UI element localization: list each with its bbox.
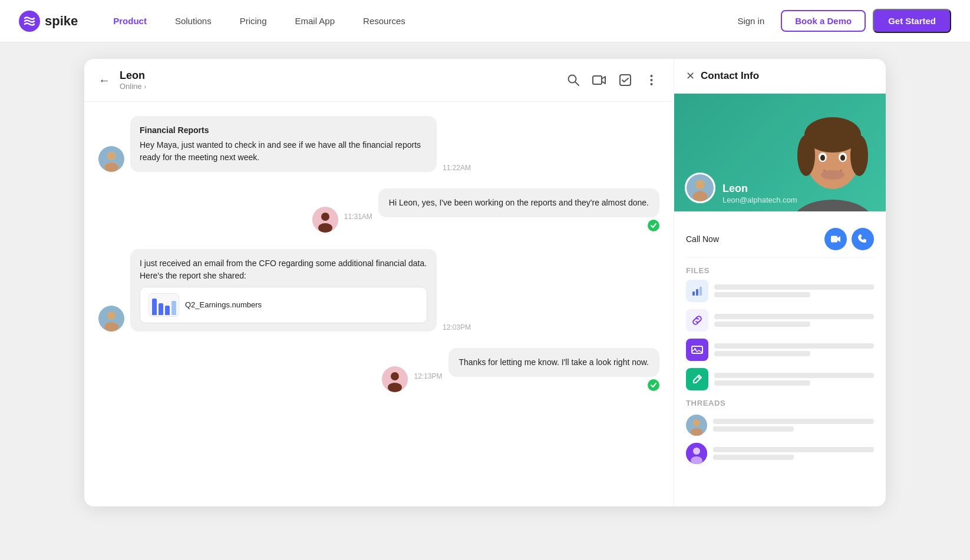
contact-hero-name: Leon	[722, 183, 748, 195]
message-text-4: Thanks for letting me know. I'll take a …	[459, 357, 649, 367]
file-name: Q2_Earnings.numbers	[185, 299, 262, 311]
call-now-row: Call Now	[686, 221, 874, 258]
svg-point-34	[695, 180, 705, 190]
search-icon[interactable]	[565, 72, 582, 88]
nav-product[interactable]: Product	[101, 11, 159, 31]
delivery-check-2	[648, 220, 659, 231]
logo[interactable]: spike	[19, 11, 78, 32]
svg-point-11	[107, 152, 116, 160]
chart-file-icon	[686, 280, 708, 302]
book-demo-button[interactable]: Book a Demo	[781, 10, 866, 32]
file-thumbnail	[149, 293, 179, 317]
thread-item-1[interactable]	[686, 415, 874, 436]
svg-point-32	[821, 170, 844, 180]
edit-file-icon	[686, 368, 708, 390]
get-started-button[interactable]: Get Started	[873, 9, 951, 33]
message-bubble-4: Thanks for letting me know. I'll take a …	[448, 348, 660, 377]
message-bubble-3: I just received an email from the CFO re…	[130, 249, 437, 332]
file-item-4-lines	[714, 373, 874, 386]
message-row-4: Thanks for letting me know. I'll take a …	[98, 348, 659, 392]
svg-point-20	[391, 372, 399, 380]
file-line-4a	[714, 373, 874, 378]
nav-emailapp[interactable]: Email App	[283, 11, 347, 31]
svg-point-47	[693, 448, 700, 455]
thread-avatar-2	[686, 443, 707, 464]
svg-point-21	[388, 383, 402, 392]
message-time-1: 11:22AM	[443, 164, 471, 172]
files-section-header: FILES	[686, 258, 874, 280]
svg-point-27	[850, 135, 868, 176]
message-text-2: Hi Leon, yes, I've been working on the r…	[389, 198, 649, 207]
message-text-3: I just received an email from the CFO re…	[140, 259, 427, 280]
messages-area: Financial Reports Hey Maya, just wanted …	[84, 102, 674, 506]
threads-list	[686, 415, 874, 464]
call-now-label: Call Now	[686, 234, 719, 244]
thread-avatar-1	[686, 415, 707, 436]
chat-header-info: Leon Online ›	[120, 69, 558, 91]
avatar-maya-4	[382, 366, 408, 392]
file-item-1[interactable]	[686, 280, 874, 302]
svg-point-35	[693, 191, 708, 201]
contact-hero: Leon Leon@alphatech.com	[674, 94, 886, 211]
message-time-4: 12:13PM	[414, 372, 442, 380]
svg-rect-36	[831, 236, 837, 243]
close-contact-panel-button[interactable]: ✕	[686, 69, 695, 82]
status-chevron-icon: ›	[144, 83, 147, 90]
logo-text: spike	[45, 14, 78, 29]
thread-line-1b	[713, 426, 794, 432]
svg-point-31	[840, 155, 845, 161]
link-file-icon	[686, 309, 708, 332]
contact-panel-title: Contact Info	[701, 70, 759, 82]
svg-point-30	[820, 155, 825, 161]
file-item-2[interactable]	[686, 309, 874, 332]
file-line-3a	[714, 343, 874, 349]
avatar-leon-1	[98, 146, 124, 172]
contact-hero-image	[780, 94, 886, 211]
call-buttons	[824, 228, 874, 250]
thread-line-2a	[713, 447, 874, 452]
task-icon[interactable]	[617, 72, 634, 88]
nav-pricing[interactable]: Pricing	[228, 11, 279, 31]
chat-contact-status[interactable]: Online ›	[120, 82, 558, 91]
file-line-2a	[714, 314, 874, 319]
message-row-2: Hi Leon, yes, I've been working on the r…	[98, 188, 659, 233]
svg-point-18	[104, 322, 118, 332]
thread-item-2[interactable]	[686, 443, 874, 464]
delivery-check-4	[648, 379, 659, 391]
svg-point-17	[107, 312, 116, 320]
video-call-icon[interactable]	[591, 72, 608, 88]
main-area: ← Leon Online ›	[0, 42, 970, 560]
svg-point-26	[797, 135, 815, 176]
nav-resources[interactable]: Resources	[351, 11, 417, 31]
phone-call-button[interactable]	[852, 228, 874, 250]
contact-hero-email: Leon@alphatech.com	[722, 195, 797, 204]
chat-contact-name: Leon	[120, 69, 558, 82]
nav-links: Product Solutions Pricing Email App Reso…	[101, 11, 728, 31]
file-attachment[interactable]: Q2_Earnings.numbers	[140, 287, 427, 323]
message-row-3: I just received an email from the CFO re…	[98, 249, 659, 332]
signin-button[interactable]: Sign in	[728, 11, 774, 31]
back-button[interactable]: ←	[98, 74, 110, 87]
message-time-2: 11:31AM	[344, 213, 372, 221]
threads-section-header: THREADS	[686, 390, 874, 412]
chat-header-actions	[565, 72, 659, 88]
avatar-maya-2	[312, 207, 338, 233]
file-line-2b	[714, 322, 810, 327]
video-call-button[interactable]	[824, 228, 847, 250]
svg-line-2	[576, 82, 579, 86]
message-time-3: 12:03PM	[443, 323, 471, 332]
svg-point-6	[650, 79, 652, 81]
file-item-2-lines	[714, 314, 874, 327]
file-item-1-lines	[714, 284, 874, 297]
nav-solutions[interactable]: Solutions	[163, 11, 223, 31]
contact-hero-avatar	[685, 173, 715, 203]
logo-icon	[19, 11, 40, 32]
file-item-3-lines	[714, 343, 874, 356]
image-file-icon	[686, 339, 708, 361]
message-row-1: Financial Reports Hey Maya, just wanted …	[98, 116, 659, 172]
file-item-4[interactable]	[686, 368, 874, 390]
file-item-3[interactable]	[686, 339, 874, 361]
more-options-icon[interactable]	[643, 72, 659, 88]
file-line-1a	[714, 284, 874, 290]
file-line-3b	[714, 351, 810, 356]
